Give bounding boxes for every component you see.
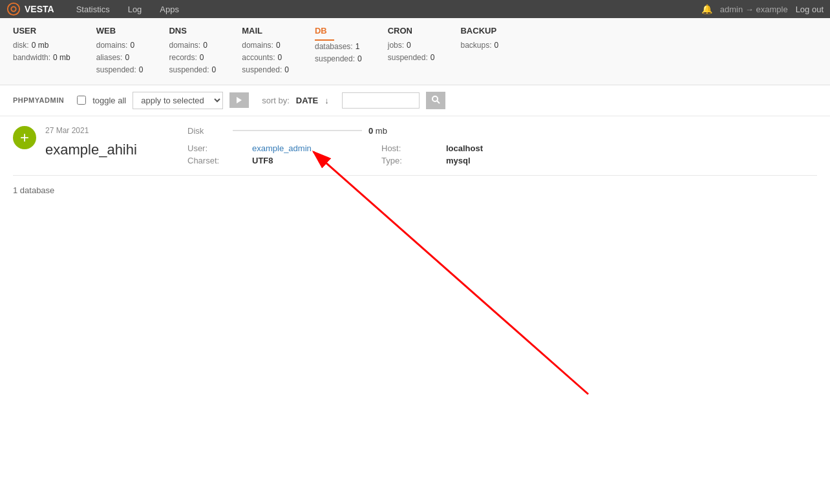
db-date-col: 27 Mar 2021 example_ahihi [45, 126, 175, 158]
phpmyadmin-link[interactable]: PHPMYADMIN [13, 96, 64, 104]
navbar: VESTA Statistics Log Apps 🔔 admin → exam… [0, 0, 830, 18]
svg-point-0 [8, 3, 19, 15]
stat-cron: CRON jobs:0 suspended:0 [388, 26, 435, 64]
user-value: example_admin [252, 143, 381, 153]
host-value: localhost [446, 143, 575, 153]
stats-bar: USER disk: 0 mb bandwidth: 0 mb WEB doma… [0, 18, 830, 85]
type-label: Type: [381, 156, 446, 165]
add-btn-col: + [13, 126, 45, 149]
db-meta-grid: User: example_admin Host: localhost Char… [187, 143, 817, 165]
user-info: admin → example [720, 5, 788, 14]
admin-label: admin [720, 5, 743, 14]
nav-statistics[interactable]: Statistics [67, 0, 119, 18]
disk-value: 0 mb [368, 126, 387, 136]
nav-log[interactable]: Log [119, 0, 151, 18]
db-date: 27 Mar 2021 [45, 126, 175, 135]
charset-label: Charset: [187, 156, 252, 165]
sort-direction-icon: ↓ [325, 96, 329, 105]
arrow-icon: → [745, 5, 754, 14]
toggle-all-label: toggle all [92, 96, 126, 105]
brand: VESTA [6, 2, 54, 16]
stat-dns-title: DNS [169, 26, 216, 36]
stat-backup-title: BACKUP [460, 26, 498, 36]
charset-value: UTF8 [252, 156, 381, 165]
svg-line-4 [437, 101, 440, 103]
footer-count: 1 database [0, 176, 830, 205]
svg-point-3 [432, 96, 438, 101]
stat-backup: BACKUP backups:0 [460, 26, 498, 52]
vesta-logo-icon [6, 2, 21, 16]
type-value: mysql [446, 156, 575, 165]
stat-dns: DNS domains:0 records:0 suspended:0 [169, 26, 216, 77]
host-label: Host: [381, 143, 446, 153]
arrow-right-icon [235, 96, 244, 105]
stat-user-bandwidth-value: 0 mb [53, 52, 70, 64]
toolbar: PHPMYADMIN toggle all apply to selected … [0, 85, 830, 116]
sort-value: DATE [296, 96, 318, 105]
sort-by-label: sort by: [262, 96, 290, 105]
disk-label: Disk [187, 126, 226, 136]
search-icon [431, 95, 440, 104]
nav-links: Statistics Log Apps [67, 0, 188, 18]
apply-button[interactable] [229, 92, 249, 108]
stat-cron-title: CRON [388, 26, 435, 36]
search-input[interactable] [342, 92, 420, 109]
stat-web-title: WEB [96, 26, 144, 36]
stat-user-bandwidth-label: bandwidth: [13, 52, 50, 64]
db-row: + 27 Mar 2021 example_ahihi Disk 0 mb Us… [0, 116, 830, 175]
stat-mail: MAIL domains:0 accounts:0 suspended:0 [242, 26, 289, 77]
db-count-label: 1 database [13, 185, 54, 195]
stat-mail-title: MAIL [242, 26, 289, 36]
stat-user-disk: disk: 0 mb [13, 39, 70, 52]
search-button[interactable] [426, 92, 445, 109]
stat-user-disk-value: 0 mb [32, 39, 49, 52]
db-details: Disk 0 mb User: example_admin Host: loca… [187, 126, 817, 165]
nav-apps[interactable]: Apps [151, 0, 188, 18]
svg-point-1 [11, 6, 16, 11]
disk-bar [233, 130, 362, 131]
svg-marker-2 [237, 97, 242, 103]
logout-button[interactable]: Log out [796, 5, 824, 14]
stat-web: WEB domains:0 aliases:0 suspended:0 [96, 26, 144, 77]
toggle-all-checkbox[interactable] [77, 96, 86, 105]
stat-db: DB databases:1 suspended:0 [315, 26, 362, 65]
stat-user-bandwidth: bandwidth: 0 mb [13, 52, 70, 64]
navbar-right: 🔔 admin → example Log out [701, 4, 824, 14]
apply-select[interactable]: apply to selected delete suspend [133, 92, 223, 109]
user-label: User: [187, 143, 252, 153]
db-disk-row: Disk 0 mb [187, 126, 817, 136]
stat-user: USER disk: 0 mb bandwidth: 0 mb [13, 26, 70, 64]
content: + 27 Mar 2021 example_ahihi Disk 0 mb Us… [0, 116, 830, 205]
bell-icon: 🔔 [701, 4, 712, 14]
add-database-button[interactable]: + [13, 126, 36, 149]
db-name: example_ahihi [45, 142, 175, 158]
brand-label: VESTA [25, 4, 54, 14]
stat-user-title: USER [13, 26, 70, 36]
stat-user-disk-label: disk: [13, 39, 29, 52]
stat-db-title: DB [315, 26, 362, 36]
example-label: example [756, 5, 787, 14]
